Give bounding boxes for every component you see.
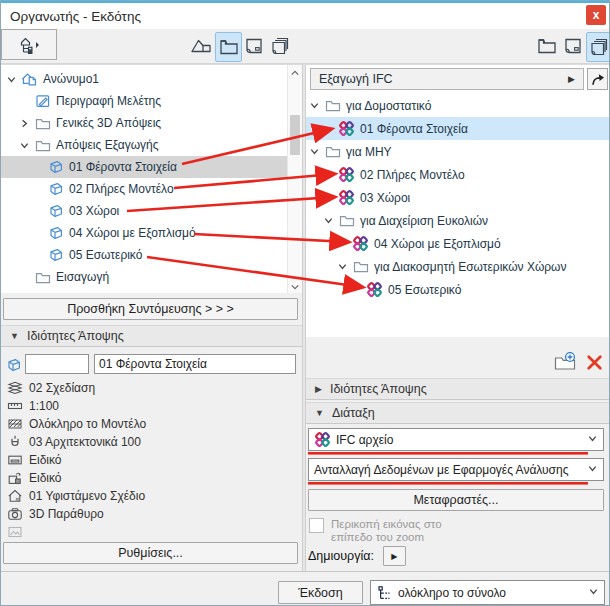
collapse-triangle-icon: ▼	[315, 408, 324, 418]
tree-item[interactable]: για ΜΗΥ	[306, 140, 610, 163]
chevron-spacer	[31, 161, 44, 174]
translator-dropdown[interactable]: Ανταλλαγή Δεδομένων με Εφαρμογές Ανάλυση…	[308, 458, 604, 481]
create-options-button[interactable]: ▶	[383, 546, 406, 566]
chevron-spacer	[18, 95, 31, 108]
scrollbar-thumb[interactable]	[290, 115, 300, 155]
chevron-spacer	[31, 227, 44, 240]
folder-icon	[324, 143, 341, 160]
view-property-row: Ειδικό	[1, 451, 302, 469]
tree-item[interactable]: Απόψεις Εξαγωγής	[1, 134, 302, 156]
view3d-icon	[47, 225, 64, 242]
go-up-button[interactable]	[587, 68, 608, 90]
left-tree-scrollbar[interactable]	[287, 65, 302, 293]
tree-item[interactable]: Ανώνυμο1	[1, 68, 302, 90]
tree-item[interactable]: 03 Χώροι	[1, 200, 302, 222]
structure-icon	[6, 416, 23, 433]
pencil-icon	[34, 93, 51, 110]
publish-scope-dropdown[interactable]: ολόκληρο το σύνολο	[370, 580, 605, 605]
project-map-button[interactable]	[189, 32, 213, 60]
ifc-icon	[352, 235, 369, 252]
view-properties-list: 02 Σχεδίαση1:100Ολόκληρο το Μοντέλο03 Αρ…	[1, 379, 302, 541]
section-view-properties-left[interactable]: ▼ Ιδιότητες Άποψης	[1, 325, 302, 347]
publisher-sets-button-right[interactable]	[586, 32, 610, 62]
chevron-spacer	[31, 205, 44, 218]
ifc-icon	[338, 120, 355, 137]
ifc-icon	[338, 189, 355, 206]
view-map-button[interactable]	[215, 32, 242, 62]
chevron-down-icon[interactable]	[322, 214, 335, 227]
chevron-down-icon[interactable]	[18, 139, 31, 152]
cutplane-icon	[6, 488, 23, 505]
view3d-icon	[47, 181, 64, 198]
camera-icon	[6, 506, 23, 523]
tree-item[interactable]: για Δομοστατικό	[306, 94, 610, 117]
new-folder-button[interactable]	[553, 351, 577, 373]
crop-checkbox[interactable]	[309, 518, 324, 533]
project-chooser-button[interactable]	[1, 29, 57, 60]
tree-item[interactable]: 05 Εσωτερικό	[1, 244, 302, 266]
view-map-button-right[interactable]	[535, 32, 559, 60]
view-map-tree-panel: Ανώνυμο1Περιγραφή ΜελέτηςΓενικές 3D Απόψ…	[1, 64, 302, 293]
chevron-down-icon	[587, 463, 598, 477]
folder-icon	[338, 212, 355, 229]
delete-item-button[interactable]	[584, 352, 604, 372]
chevron-right-icon[interactable]	[18, 117, 31, 130]
publisher-sets-button[interactable]	[268, 32, 292, 60]
chevron-down-icon[interactable]	[308, 145, 321, 158]
view-id-input[interactable]	[25, 354, 89, 374]
scroll-up-icon[interactable]	[288, 65, 302, 80]
scroll-down-icon[interactable]	[288, 279, 302, 293]
tree-item[interactable]: 02 Πλήρες Μοντέλο	[1, 178, 302, 200]
tree-item[interactable]: 02 Πλήρες Μοντέλο	[306, 163, 610, 186]
translator-value: Ανταλλαγή Δεδομένων με Εφαρμογές Ανάλυση…	[314, 463, 568, 477]
translators-button[interactable]: Μεταφραστές...	[308, 489, 604, 511]
section-format[interactable]: ▼ Διάταξη	[306, 402, 610, 424]
chevron-spacer	[336, 237, 349, 250]
publisher-set-selector[interactable]: Εξαγωγή IFC ▶	[310, 68, 584, 90]
tree-item-label: για Δομοστατικό	[344, 99, 431, 113]
view-property-label: 1:100	[29, 399, 59, 413]
layout-book-button-right[interactable]	[561, 32, 585, 60]
tree-item[interactable]: για Διακοσμητή Εσωτερικών Χώρων	[306, 255, 610, 278]
section-title: Ιδιότητες Άποψης	[27, 329, 124, 343]
scale-icon	[6, 398, 23, 415]
tree-item-label: 02 Πλήρες Μοντέλο	[358, 168, 465, 182]
chevron-spacer	[18, 271, 31, 284]
add-shortcut-button[interactable]: Προσθήκη Συντόμευσης > > >	[3, 298, 298, 320]
close-button[interactable]: x	[586, 5, 606, 25]
chevron-down-icon[interactable]	[336, 260, 349, 273]
format-dropdown[interactable]: IFC αρχείο	[308, 428, 604, 451]
bottom-bar: Έκδοση ολόκληρο το σύνολο	[1, 571, 609, 606]
chevron-down-icon[interactable]	[308, 99, 321, 112]
tree-item[interactable]: 04 Χώροι με Εξοπλισμό	[306, 232, 610, 255]
section-view-properties-right[interactable]: ▶ Ιδιότητες Άποψης	[306, 378, 610, 400]
folder-icon	[34, 269, 51, 286]
tree-item-label: 01 Φέροντα Στοιχεία	[358, 122, 468, 136]
view-property-row: Ειδικό	[1, 469, 302, 487]
view-property-label: 01 Υφιστάμενο Σχέδιο	[29, 489, 145, 503]
tree-item[interactable]: Περιγραφή Μελέτης	[1, 90, 302, 112]
chevron-down-icon[interactable]	[5, 73, 18, 86]
chevron-spacer	[322, 191, 335, 204]
tree-item[interactable]: 01 Φέροντα Στοιχεία	[1, 156, 302, 178]
layout-book-button[interactable]	[242, 32, 266, 60]
view-property-row: 1:100	[1, 397, 302, 415]
tree-item[interactable]: 03 Χώροι	[306, 186, 610, 209]
settings-button[interactable]: Ρυθμίσεις...	[3, 542, 298, 564]
view-name-input[interactable]	[94, 354, 296, 374]
publish-button[interactable]: Έκδοση	[278, 581, 363, 604]
titlebar[interactable]: Οργανωτής - Εκδότης x	[1, 3, 609, 29]
tree-item[interactable]: 05 Εσωτερικό	[306, 278, 610, 301]
collapse-triangle-icon: ▼	[10, 331, 19, 341]
crop-checkbox-row: Περικοπή εικόνας στο επίπεδο του zoom	[309, 518, 605, 544]
project-icon	[21, 71, 38, 88]
tree-item[interactable]: για Διαχείριση Ευκολιών	[306, 209, 610, 232]
tree-item[interactable]: Γενικές 3D Απόψεις	[1, 112, 302, 134]
tree-item[interactable]: 01 Φέροντα Στοιχεία	[306, 117, 610, 140]
folder-icon	[352, 258, 369, 275]
tree-item-label: Περιγραφή Μελέτης	[54, 94, 161, 108]
tree-item[interactable]: Εισαγωγή	[1, 266, 302, 288]
publisher-set-name: Εξαγωγή IFC	[319, 72, 393, 86]
chevron-spacer	[31, 183, 44, 196]
tree-item[interactable]: 04 Χώροι με Εξοπλισμό	[1, 222, 302, 244]
